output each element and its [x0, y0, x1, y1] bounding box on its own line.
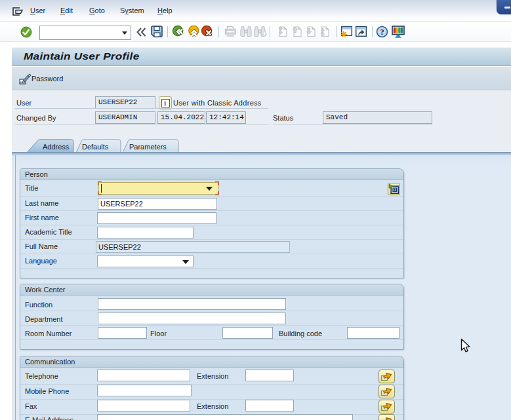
svg-text:Address: Address: [43, 143, 70, 151]
svg-text:Parameters: Parameters: [129, 143, 167, 151]
svg-text:Defaults: Defaults: [82, 143, 109, 151]
svg-text:?: ?: [380, 28, 384, 37]
